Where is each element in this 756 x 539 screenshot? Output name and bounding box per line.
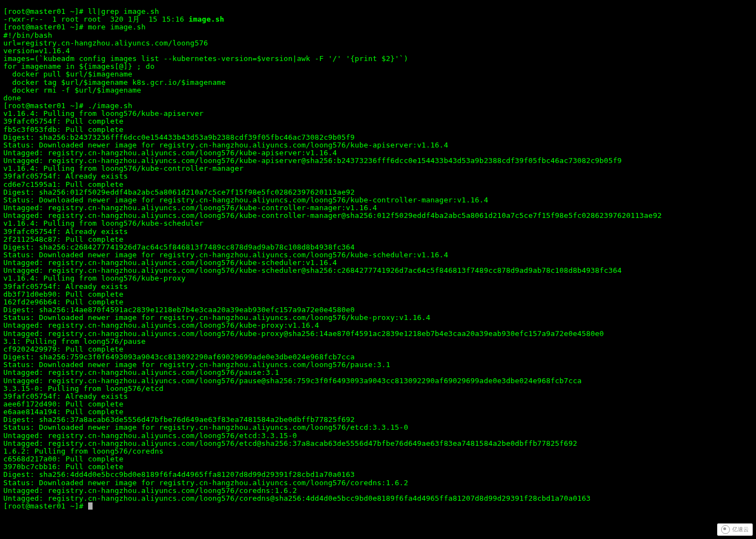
watermark-logo-icon xyxy=(721,525,730,534)
terminal-cursor xyxy=(88,502,93,510)
watermark-text: 亿速云 xyxy=(732,526,749,533)
terminal-output[interactable]: [root@master01 ~]# ll|grep image.sh -rwx… xyxy=(0,0,756,510)
watermark-badge: 亿速云 xyxy=(717,523,753,536)
